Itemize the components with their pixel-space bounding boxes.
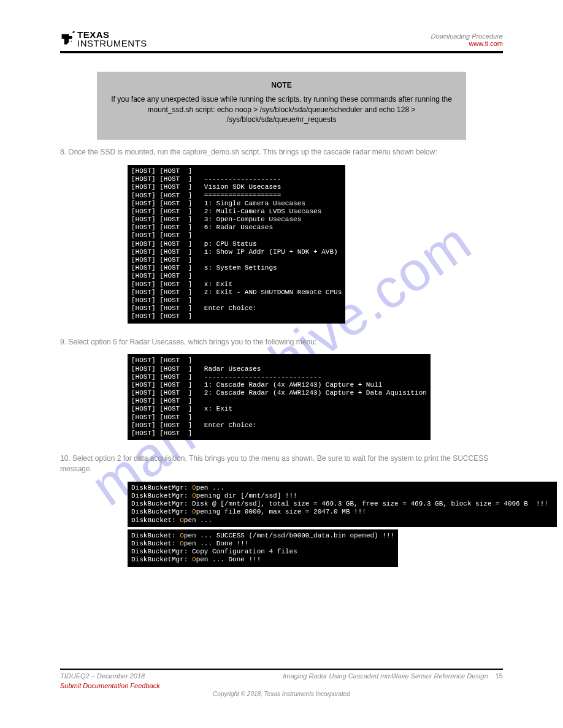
footer-title: Imaging Radar Using Cascaded mmWave Sens… (283, 672, 488, 680)
footer-page-number: 15 (496, 672, 503, 680)
footer-feedback-link[interactable]: Submit Documentation Feedback (60, 682, 160, 689)
logo-text-bottom: INSTRUMENTS (77, 39, 147, 48)
terminal-diskbucket-success: DiskBucket: Open ... SUCCESS (/mnt/ssd/b… (128, 529, 398, 567)
terminal-usecases-menu: [HOST] [HOST ] [HOST] [HOST ] ----------… (128, 165, 345, 324)
ti-chip-icon (60, 29, 76, 45)
header-rule (60, 51, 503, 53)
footer-copyright: Copyright © 2018, Texas Instruments Inco… (60, 691, 503, 697)
note-text: If you face any unexpected issue while r… (105, 94, 458, 125)
note-label: NOTE (105, 80, 458, 91)
web-link[interactable]: www.ti.com (469, 40, 503, 47)
terminal-radar-menu: [HOST] [HOST ] [HOST] [HOST ] Radar Usec… (128, 354, 431, 440)
page-footer: TIDUEQ2 – December 2018 Imaging Radar Us… (60, 669, 503, 697)
document-page: TEXAS INSTRUMENTS Downloading Procedure … (0, 0, 563, 728)
svg-point-0 (71, 40, 72, 42)
header-section-title: Downloading Procedure www.ti.com (431, 32, 503, 47)
step-9-text: 9. Select option 6 for Radar Usecases, w… (60, 337, 503, 347)
step-10-text: 10. Select option 2 for data acquisition… (60, 453, 503, 474)
step-8-text: 8. Once the SSD is mounted, run the capt… (60, 147, 503, 157)
header-right-text: Downloading Procedure (431, 32, 503, 40)
footer-rule (60, 669, 503, 670)
note-box: NOTE If you face any unexpected issue wh… (97, 72, 466, 140)
page-header: TEXAS INSTRUMENTS Downloading Procedure … (60, 31, 503, 47)
terminal-diskbucket-open: DiskBucketMgr: Open ... DiskBucketMgr: O… (128, 482, 557, 527)
ti-logo: TEXAS INSTRUMENTS (60, 31, 147, 47)
footer-doc-id: TIDUEQ2 – December 2018 (60, 672, 145, 680)
